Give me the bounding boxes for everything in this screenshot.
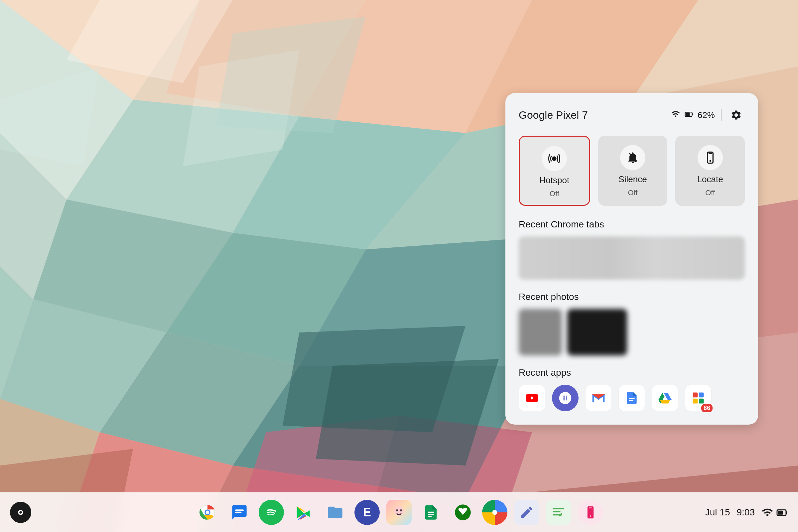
app-youtube[interactable] [519,385,545,411]
silence-sublabel: Off [628,189,638,197]
svg-rect-35 [685,112,690,116]
hotspot-sublabel: Off [550,190,559,198]
device-name: Google Pixel 7 [519,109,588,121]
photos-area [519,309,745,356]
svg-point-59 [400,509,402,511]
app-multi[interactable]: 66 [685,385,711,411]
wifi-icon [761,507,773,518]
svg-rect-67 [786,511,787,514]
app-docs[interactable] [619,385,645,411]
svg-rect-43 [693,393,698,398]
taskbar-photos[interactable] [482,500,507,525]
taskbar-date: Jul 15 [705,507,730,518]
taskbar-chrome[interactable] [195,500,220,525]
phone-panel: Google Pixel 7 62% [506,93,758,424]
photos-title: Recent photos [519,291,745,302]
recent-apps-row: 66 [519,385,745,411]
taskbar-left [10,502,31,523]
svg-point-40 [709,160,711,162]
svg-point-61 [492,510,497,515]
taskbar-apps: E [195,500,603,525]
taskbar-sheets[interactable] [418,500,443,525]
locate-icon-circle [698,145,723,170]
chrome-tabs-title: Recent Chrome tabs [519,219,745,230]
svg-rect-64 [589,507,592,508]
taskbar-files[interactable] [323,500,348,525]
locate-sublabel: Off [705,189,715,197]
apps-title: Recent apps [519,367,745,378]
battery-icon [684,109,694,121]
svg-point-58 [396,509,398,511]
panel-header: Google Pixel 7 62% [519,107,745,124]
taskbar-right: Jul 15 9:03 [705,507,788,518]
app-gmail[interactable] [585,385,612,411]
svg-rect-36 [692,113,692,115]
svg-point-48 [19,511,22,514]
svg-rect-45 [693,399,698,404]
taskbar-spotify[interactable] [259,500,284,525]
taskbar-tasks[interactable] [546,500,571,525]
taskbar: E [0,492,798,532]
apps-section: Recent apps [519,367,745,411]
battery-percent: 62% [698,110,715,120]
taskbar-status [761,507,788,518]
silence-icon-circle [620,145,645,170]
taskbar-phone[interactable] [578,500,603,525]
svg-rect-46 [699,399,704,404]
taskbar-shimeji[interactable] [386,500,412,525]
hotspot-label: Hotspot [540,175,570,186]
svg-rect-66 [778,510,783,514]
photo-thumb-1[interactable] [519,309,562,356]
taskbar-time: 9:03 [737,507,755,518]
hotspot-button[interactable]: Hotspot Off [519,136,590,206]
photos-section: Recent photos [519,291,745,356]
app-beeper[interactable] [552,385,578,411]
app-drive[interactable] [652,385,678,411]
chrome-tabs-area[interactable] [519,236,745,280]
svg-point-63 [590,515,591,517]
taskbar-messages[interactable] [227,500,252,525]
photo-thumb-2[interactable] [567,309,627,356]
hotspot-icon-circle [542,146,567,171]
launcher-button[interactable] [10,502,31,523]
header-divider [721,109,722,121]
svg-point-52 [206,510,209,514]
settings-button[interactable] [727,107,745,124]
chrome-tabs-content [519,236,745,280]
battery-taskbar-icon [776,507,788,518]
chrome-tabs-section: Recent Chrome tabs [519,219,745,280]
svg-rect-44 [699,393,704,398]
taskbar-stylus[interactable] [514,500,539,525]
multi-badge: 66 [701,404,712,412]
taskbar-xbox[interactable] [450,500,475,525]
panel-status-row: 62% [671,107,745,124]
quick-actions: Hotspot Off Silence Off L [519,136,745,206]
signal-icon [671,109,680,121]
svg-point-37 [552,156,557,160]
silence-button[interactable]: Silence Off [598,136,668,206]
silence-label: Silence [619,174,647,185]
taskbar-play[interactable] [291,500,316,525]
locate-button[interactable]: Locate Off [675,136,745,206]
locate-label: Locate [697,174,723,185]
taskbar-monogram[interactable]: E [355,500,380,525]
